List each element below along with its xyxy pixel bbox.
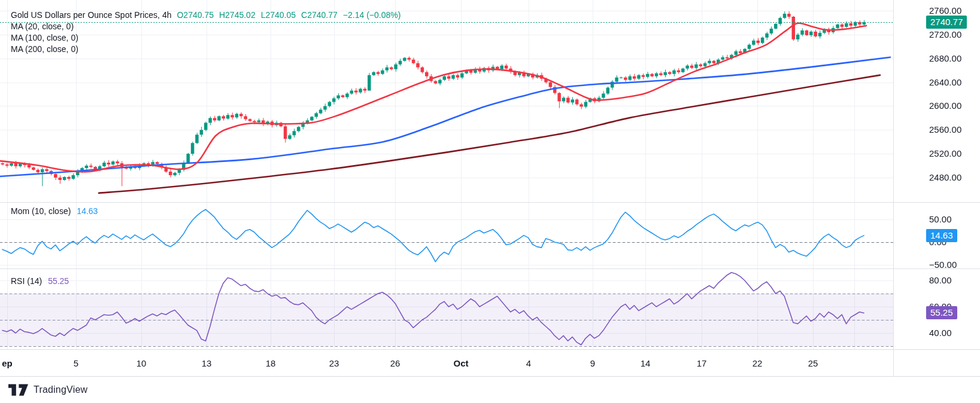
- legend-ma200-row[interactable]: MA (200, close, 0): [11, 44, 401, 55]
- time-tick-label: 14: [641, 358, 651, 368]
- time-tick-label: 17: [697, 358, 707, 368]
- price-tick-label: 2680.00: [929, 53, 961, 64]
- rsi-tick-label: 80.00: [929, 275, 952, 286]
- time-tick-label: 4: [526, 358, 531, 368]
- momentum-indicator-label: Mom (10, close): [11, 206, 71, 216]
- ohlc-low: L2740.05: [261, 10, 296, 20]
- tradingview-chart-window: Gold US Dollars per Ounce Spot Prices, 4…: [0, 0, 980, 403]
- chart-canvas[interactable]: [0, 0, 980, 403]
- legend-ma100-label: MA (100, close, 0): [11, 33, 78, 42]
- legend-rsi-row[interactable]: RSI (14)55.25: [11, 276, 69, 287]
- price-tick-label: 2560.00: [929, 124, 961, 135]
- time-axis-top-border: [0, 349, 980, 350]
- price-tick-label: 2720.00: [929, 29, 961, 40]
- time-axis-bottom-border: [0, 376, 980, 377]
- time-tick-label: 10: [136, 358, 147, 368]
- time-tick-label: 18: [266, 358, 276, 368]
- symbol-legend-row[interactable]: Gold US Dollars per Ounce Spot Prices, 4…: [11, 10, 401, 21]
- price-tick-label: 2640.00: [929, 77, 961, 88]
- rsi-value: 55.25: [48, 276, 69, 286]
- price-tick-label: 2520.00: [929, 148, 961, 159]
- time-tick-label: 9: [590, 358, 595, 368]
- legend-ma200-label: MA (200, close, 0): [11, 44, 78, 54]
- price-axis-border: [893, 0, 894, 376]
- legend-ma100-row[interactable]: MA (100, close, 0): [11, 32, 401, 44]
- momentum-value: 14.63: [77, 206, 98, 216]
- symbol-title: Gold US Dollars per Ounce Spot Prices, 4…: [11, 10, 171, 20]
- ohlc-close: C2740.77: [301, 10, 338, 20]
- rsi-tick-label: 40.00: [929, 328, 952, 338]
- time-tick-label: Oct: [453, 358, 468, 368]
- time-tick-label: 13: [202, 358, 212, 368]
- time-tick-label: 5: [74, 358, 78, 368]
- pane-separator-main-momentum[interactable]: [0, 202, 980, 203]
- momentum-tick-label: −50.00: [929, 259, 957, 270]
- ohlc-change: −2.14 (−0.08%): [343, 10, 401, 20]
- price-tick-label: 2480.00: [929, 172, 961, 183]
- footer-brand[interactable]: TradingView: [8, 384, 87, 396]
- legend-main: Gold US Dollars per Ounce Spot Prices, 4…: [11, 10, 401, 55]
- mom-last-value-badge: 14.63: [926, 229, 957, 242]
- price-tick-label: 2600.00: [929, 100, 961, 111]
- price-last-value-badge: 2740.77: [926, 16, 967, 29]
- legend-momentum-row[interactable]: Mom (10, close)14.63: [11, 206, 98, 217]
- pane-separator-momentum-rsi[interactable]: [0, 268, 980, 269]
- rsi-indicator-label: RSI (14): [11, 276, 42, 286]
- time-tick-label: 26: [390, 358, 401, 368]
- price-tick-label: 2760.00: [929, 5, 961, 16]
- legend-ma20-label: MA (20, close, 0): [11, 22, 74, 31]
- ohlc-open: O2740.75: [177, 10, 214, 20]
- time-tick-label: ep: [2, 358, 13, 368]
- momentum-tick-label: 50.00: [929, 214, 952, 225]
- tradingview-logo-icon: [8, 384, 28, 396]
- brand-name: TradingView: [34, 384, 87, 395]
- time-tick-label: 22: [753, 358, 763, 368]
- ohlc-high: H2745.02: [219, 10, 256, 20]
- time-tick-label: 23: [329, 358, 339, 368]
- legend-ma20-row[interactable]: MA (20, close, 0): [11, 21, 401, 32]
- rsi-last-value-badge: 55.25: [926, 306, 957, 319]
- time-tick-label: 25: [808, 358, 818, 368]
